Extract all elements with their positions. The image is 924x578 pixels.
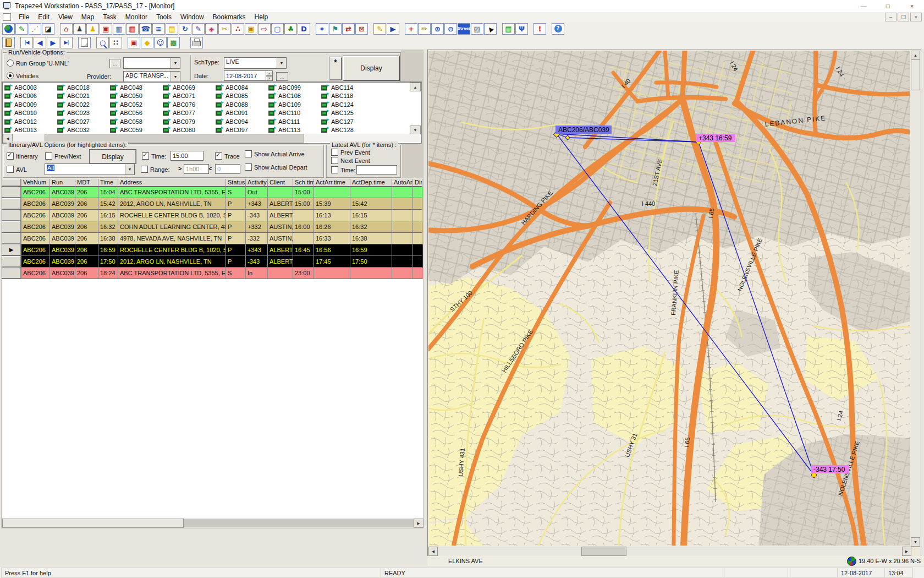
exit-door-icon[interactable] xyxy=(2,37,15,48)
toolbar-separator[interactable] xyxy=(123,37,127,48)
chevron-down-icon[interactable]: ▼ xyxy=(125,164,134,175)
schtype-combo[interactable]: LIVE▼ xyxy=(224,57,287,69)
vehicle-item[interactable]: ABC088 xyxy=(215,100,267,109)
scroll-down-arrow[interactable]: ▼ xyxy=(911,537,920,547)
cut-balloon-icon[interactable]: ✂ xyxy=(218,23,231,35)
row-selector[interactable] xyxy=(2,187,21,198)
pan-move-icon[interactable]: + xyxy=(405,23,417,35)
bus-yellow-icon[interactable]: ▣ xyxy=(245,23,257,35)
vehicle-item[interactable]: ABC006 xyxy=(3,92,56,101)
mdt-screen-icon[interactable]: ▦ xyxy=(502,23,515,35)
menu-item[interactable]: Monitor xyxy=(121,13,152,21)
scroll-right-arrow[interactable]: ▶ xyxy=(414,519,424,528)
vehicle-item[interactable]: ABC059 xyxy=(109,126,162,135)
panel-hscrollbar[interactable]: ▶ xyxy=(2,519,423,527)
phone-dispatch-icon[interactable]: ☎ xyxy=(139,23,152,35)
display-button[interactable]: Display xyxy=(343,56,400,81)
scroll-thumb[interactable] xyxy=(911,59,920,90)
row-selector[interactable]: ▶ xyxy=(2,244,21,256)
mdi-restore-button[interactable]: ❒ xyxy=(898,13,909,21)
goto-stop-icon[interactable]: ◆ xyxy=(141,37,153,48)
range-from-field[interactable]: 1h00 xyxy=(184,164,209,174)
vehicle-item[interactable]: ABC114 xyxy=(320,83,373,92)
zoom-out-icon[interactable]: ⊖ xyxy=(444,23,457,35)
vehicle-scroll-up[interactable]: ▲ xyxy=(410,83,421,91)
column-header[interactable]: AutoArr xyxy=(392,179,413,187)
column-header[interactable]: ActArr.time xyxy=(314,179,350,187)
toolbar-separator[interactable] xyxy=(91,37,96,48)
menu-item[interactable]: Tools xyxy=(152,13,176,21)
vehicle-item[interactable]: ABC069 xyxy=(162,83,215,92)
run-group-browse-button[interactable]: ... xyxy=(109,59,120,68)
vehicle-item[interactable]: ABC052 xyxy=(109,100,162,109)
next-event-checkbox[interactable] xyxy=(331,157,338,164)
time-field[interactable]: 15:00 xyxy=(170,151,204,161)
itinerary-row[interactable]: ABC206 ABC039 206 16:15 ROCHELLE CENTER … xyxy=(2,210,423,221)
menu-item[interactable]: View xyxy=(54,13,77,21)
vehicle-item[interactable]: ABC099 xyxy=(267,83,320,92)
vehicles-radio[interactable] xyxy=(7,72,14,79)
vehicle-item[interactable]: ABC118 xyxy=(320,92,373,101)
itinerary-checkbox[interactable] xyxy=(7,152,14,160)
find-icon[interactable]: ○ xyxy=(96,37,109,48)
menu-item[interactable]: Task xyxy=(98,13,121,21)
first-record-icon[interactable]: |◀ xyxy=(20,37,33,48)
new-itinerary-icon[interactable] xyxy=(78,37,91,48)
vehicle-item[interactable]: ABC050 xyxy=(109,92,162,101)
vehicle-item[interactable]: ABC076 xyxy=(162,100,215,109)
list-view-icon[interactable]: ≡ xyxy=(152,23,165,35)
map-vscrollbar[interactable]: ▲ ▼ xyxy=(911,51,920,546)
column-header[interactable]: Run xyxy=(50,179,75,187)
scroll-left-arrow[interactable]: ◀ xyxy=(428,547,438,556)
avl-antenna-icon[interactable]: Ψ xyxy=(515,23,528,35)
vehicle-item[interactable]: ABC023 xyxy=(56,109,109,118)
itinerary-row[interactable]: ABC206 ABC039 206 16:38 4978, NEVADA AVE… xyxy=(2,233,423,244)
run-group-combo[interactable]: ▼ xyxy=(123,57,180,69)
range-to-field[interactable]: 0 xyxy=(215,164,240,174)
scroll-up-arrow[interactable]: ▲ xyxy=(911,51,920,60)
rider-yellow-icon[interactable]: ♟ xyxy=(86,23,99,35)
toolbar-separator[interactable] xyxy=(547,23,551,35)
itinerary-row[interactable]: ▶ ABC206 ABC039 206 16:59 ROCHELLE CENTE… xyxy=(2,244,423,256)
letter-d-icon[interactable]: D xyxy=(298,23,310,35)
map-hscrollbar[interactable]: ◀ ▶ xyxy=(428,547,911,555)
toolbar-separator[interactable] xyxy=(15,37,20,48)
column-header[interactable]: Time xyxy=(98,179,118,187)
mdt-message-icon[interactable]: ▣ xyxy=(128,37,140,48)
vehicle-item[interactable]: ABC125 xyxy=(320,109,373,118)
group-markers-icon[interactable]: ◈ xyxy=(205,23,218,35)
toolbar-separator[interactable] xyxy=(185,37,190,48)
column-header[interactable]: Dir xyxy=(413,179,422,187)
row-selector[interactable] xyxy=(2,256,21,268)
where-vehicle-icon[interactable]: ☺ xyxy=(154,37,167,48)
close-button[interactable]: × xyxy=(900,1,924,12)
bank-icon[interactable]: ⌂ xyxy=(60,23,73,35)
vehicle-item[interactable]: ABC018 xyxy=(56,83,109,92)
vehicle-item[interactable]: ABC077 xyxy=(162,109,215,118)
vehicle-item[interactable]: ABC032 xyxy=(56,126,109,135)
avl-checkbox[interactable] xyxy=(7,166,14,173)
itinerary-row[interactable]: ABC206 ABC039 206 17:50 2012, ARGO LN, N… xyxy=(2,256,423,268)
row-selector[interactable] xyxy=(2,268,21,279)
star-button[interactable]: * xyxy=(329,57,342,80)
vehicle-item[interactable]: ABC003 xyxy=(3,83,56,92)
vehicle-scroll-down[interactable]: ▼ xyxy=(410,126,421,134)
find-route-icon[interactable]: ⌖ xyxy=(316,23,328,35)
vehicle-item[interactable]: ABC094 xyxy=(215,117,267,126)
menu-item[interactable]: Edit xyxy=(34,13,54,21)
playback-icon[interactable]: ▩ xyxy=(167,37,180,48)
toolbar-separator[interactable] xyxy=(55,23,59,35)
vehicle-item[interactable]: ABC113 xyxy=(267,126,320,135)
vehicle-item[interactable]: ABC124 xyxy=(320,100,373,109)
last-record-icon[interactable]: ▶| xyxy=(60,37,73,48)
vehicle-item[interactable]: ABC013 xyxy=(3,126,56,135)
scroll-thumb[interactable] xyxy=(581,547,626,556)
latest-time-checkbox[interactable] xyxy=(331,166,338,173)
chevron-down-icon[interactable]: ▼ xyxy=(170,72,180,82)
prev-record-icon[interactable]: ◀ xyxy=(34,37,46,48)
vehicle-item[interactable]: ABC079 xyxy=(162,117,215,126)
itinerary-row[interactable]: ABC206 ABC039 206 16:32 COHN ADULT LEARN… xyxy=(2,221,423,233)
column-header[interactable]: Address xyxy=(118,179,226,187)
bus-forward-icon[interactable]: ⇨ xyxy=(258,23,271,35)
toolbar-separator[interactable] xyxy=(180,37,185,48)
